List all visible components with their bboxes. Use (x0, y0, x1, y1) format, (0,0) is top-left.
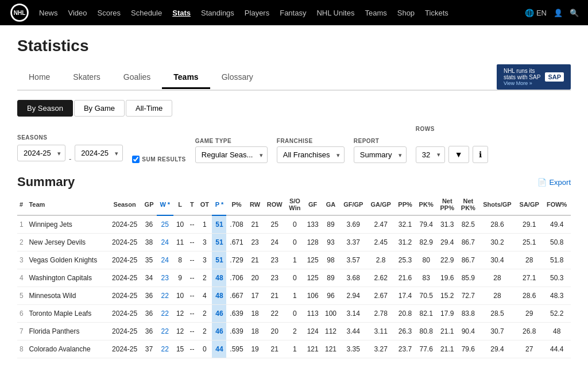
tab-home[interactable]: Home (17, 67, 61, 89)
table-cell: 29.1 (516, 215, 543, 234)
table-cell: 36 (141, 323, 157, 341)
nav-link-stats[interactable]: Stats (172, 9, 191, 17)
table-cell: -- (187, 234, 198, 252)
table-cell: .667 (226, 287, 246, 305)
col-netpppct[interactable]: NetPP% (437, 194, 458, 215)
page-title: Statistics (17, 37, 571, 55)
col-t[interactable]: T (187, 194, 198, 215)
table-cell: 2.45 (367, 234, 395, 252)
toggle-by-game[interactable]: By Game (74, 100, 125, 117)
toggle-all-time[interactable]: All-Time (126, 100, 172, 117)
table-cell: 124 (304, 323, 322, 341)
export-button[interactable]: 📄 Export (537, 178, 571, 187)
nav-language[interactable]: 🌐 EN (525, 9, 547, 17)
table-cell: 12 (173, 305, 187, 323)
table-cell: 1 (286, 287, 304, 305)
table-cell: 0 (197, 341, 212, 358)
col-row[interactable]: ROW (264, 194, 286, 215)
tab-skaters[interactable]: Skaters (61, 67, 111, 89)
table-cell: 18 (247, 305, 264, 323)
table-cell: 72.7 (458, 287, 479, 305)
nav-link-players[interactable]: Players (245, 9, 269, 17)
tab-goalies[interactable]: Goalies (112, 67, 162, 89)
col-w[interactable]: W * (157, 194, 173, 215)
nav-link-video[interactable]: Video (68, 9, 87, 17)
nav-link-teams[interactable]: Teams (365, 9, 386, 17)
table-cell: 2024-25 (108, 323, 141, 341)
nav-logo[interactable]: NHL (9, 2, 30, 23)
table-cell: 36 (141, 215, 157, 234)
toggle-by-season[interactable]: By Season (17, 100, 73, 117)
col-ot[interactable]: OT (197, 194, 212, 215)
col-sowin[interactable]: S/OWin (286, 194, 304, 215)
nav-search[interactable]: 🔍 (570, 9, 579, 17)
col-season[interactable]: Season (108, 194, 141, 215)
table-cell: 112 (322, 323, 339, 341)
nav-link-tickets[interactable]: Tickets (425, 9, 448, 17)
col-gp[interactable]: GP (141, 194, 157, 215)
table-cell: 22 (157, 341, 173, 358)
tab-glossary[interactable]: Glossary (210, 67, 265, 89)
rows-select[interactable]: 32 (416, 146, 445, 163)
table-cell: 20.8 (394, 305, 415, 323)
col-l[interactable]: L (173, 194, 187, 215)
filter-icon-button[interactable]: ▼ (448, 146, 469, 163)
col-gfgp[interactable]: GF/GP (340, 194, 367, 215)
col-shotsgp[interactable]: Shots/GP (479, 194, 516, 215)
col-team[interactable]: Team (26, 194, 108, 215)
table-cell: 3.57 (340, 252, 367, 269)
filter-seasons: SEASONS 2024-25 - 2024-25 (17, 134, 123, 163)
col-rw[interactable]: RW (247, 194, 264, 215)
table-cell: 3.69 (340, 215, 367, 234)
nav-account[interactable]: 👤 (554, 9, 563, 17)
season-to-select[interactable]: 2024-25 (75, 145, 123, 161)
table-cell: 2 (17, 234, 26, 252)
table-header: # Team Season GP W * L T OT P * P% RW RO… (17, 194, 571, 215)
nav-link-shop[interactable]: Shop (397, 9, 415, 17)
table-cell: 1 (286, 252, 304, 269)
sum-results-checkbox[interactable] (132, 156, 140, 163)
col-ga[interactable]: GA (322, 194, 339, 215)
nav-link-scores[interactable]: Scores (98, 9, 121, 17)
col-ppct[interactable]: P% (226, 194, 246, 215)
col-fowpct[interactable]: FOW% (543, 194, 571, 215)
col-p[interactable]: P * (212, 194, 226, 215)
nav-link-schedule[interactable]: Schedule (131, 9, 162, 17)
table-cell: 113 (304, 305, 322, 323)
table-cell: 82.1 (416, 305, 437, 323)
nav-right: 🌐 EN 👤 🔍 (525, 9, 579, 17)
table-cell: 15.2 (437, 287, 458, 305)
table-row: 4Washington Capitals2024-2534239--248.70… (17, 269, 571, 287)
tab-teams[interactable]: Teams (162, 67, 210, 89)
stats-tabs: Home Skaters Goalies Teams Glossary NHL … (17, 64, 571, 91)
season-from-select[interactable]: 2024-25 (17, 145, 65, 161)
table-cell: 25 (157, 215, 173, 234)
nav-link-nhl-unites[interactable]: NHL Unites (316, 9, 354, 17)
table-cell: 21.1 (437, 341, 458, 358)
col-pkpct[interactable]: PK% (416, 194, 437, 215)
nav-link-fantasy[interactable]: Fantasy (280, 9, 306, 17)
franchise-select[interactable]: All Franchises (277, 146, 345, 163)
nav-link-standings[interactable]: Standings (201, 9, 234, 17)
col-pppct[interactable]: PP% (394, 194, 415, 215)
col-gf[interactable]: GF (304, 194, 322, 215)
sap-banner[interactable]: NHL runs its stats with SAP View More » … (497, 64, 571, 90)
nav-link-news[interactable]: News (39, 9, 58, 17)
col-rank[interactable]: # (17, 194, 26, 215)
table-cell: 28 (479, 269, 516, 287)
table-cell: .671 (226, 234, 246, 252)
table-cell: 93 (322, 234, 339, 252)
col-gagp[interactable]: GA/GP (367, 194, 395, 215)
report-select[interactable]: Summary (354, 146, 407, 163)
info-icon-button[interactable]: ℹ (473, 146, 488, 163)
table-row: 6Toronto Maple Leafs2024-25362212--246.6… (17, 305, 571, 323)
table-cell: 125 (304, 252, 322, 269)
col-netpkpct[interactable]: NetPK% (458, 194, 479, 215)
table-cell: Florida Panthers (26, 323, 108, 341)
table-cell: 10 (173, 287, 187, 305)
game-type-select[interactable]: Regular Seas... (195, 146, 268, 163)
table-cell: 0 (286, 234, 304, 252)
table-cell: 100 (322, 305, 339, 323)
col-sagp[interactable]: SA/GP (516, 194, 543, 215)
table-cell: 12 (173, 323, 187, 341)
